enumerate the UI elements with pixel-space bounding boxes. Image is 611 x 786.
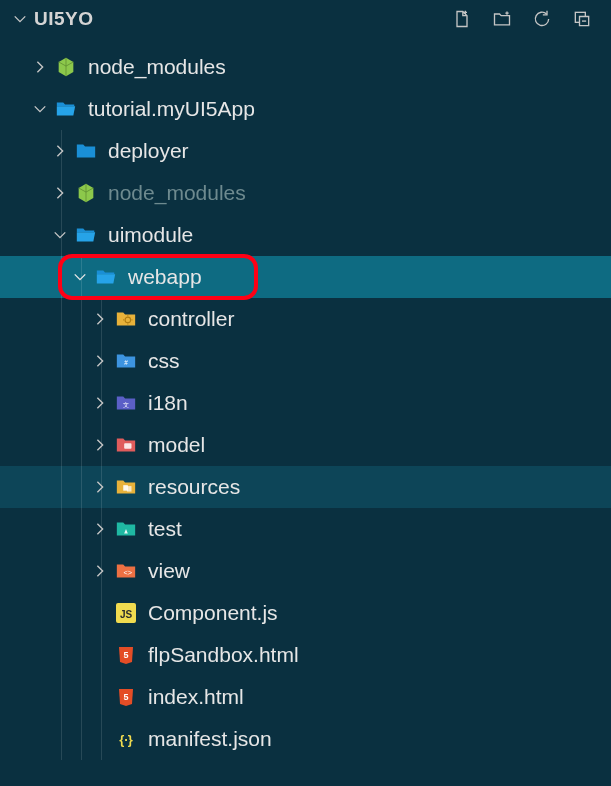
chevron-down-icon <box>72 269 88 285</box>
tree-label: test <box>148 517 182 541</box>
chevron-right-icon <box>92 353 108 369</box>
tree-label: view <box>148 559 190 583</box>
chevron-right-icon <box>92 311 108 327</box>
tree-item-flpsandbox[interactable]: 5 flpSandbox.html <box>0 634 611 676</box>
tree-item-model[interactable]: model <box>0 424 611 466</box>
file-tree: node_modules tutorial.myUI5App deployer <box>0 40 611 760</box>
svg-text:{·}: {·} <box>119 732 133 747</box>
tree-label: model <box>148 433 205 457</box>
tree-label: deployer <box>108 139 189 163</box>
tree-item-i18n[interactable]: 文 i18n <box>0 382 611 424</box>
folder-open-icon <box>54 97 78 121</box>
header-actions <box>451 8 601 30</box>
svg-text:JS: JS <box>120 609 133 620</box>
tree-label: manifest.json <box>148 727 272 751</box>
tree-label: uimodule <box>108 223 193 247</box>
folder-resources-icon <box>114 475 138 499</box>
refresh-icon[interactable] <box>531 8 553 30</box>
tree-label: node_modules <box>108 181 246 205</box>
tree-item-controller[interactable]: controller <box>0 298 611 340</box>
folder-css-icon: # <box>114 349 138 373</box>
svg-text:<>: <> <box>124 568 133 577</box>
tree-item-resources[interactable]: resources <box>0 466 611 508</box>
tree-item-index-html[interactable]: 5 index.html <box>0 676 611 718</box>
tree-label: tutorial.myUI5App <box>88 97 255 121</box>
tree-label: Component.js <box>148 601 278 625</box>
node-modules-icon <box>54 55 78 79</box>
tree-item-view[interactable]: <> view <box>0 550 611 592</box>
tree-item-component-js[interactable]: JS Component.js <box>0 592 611 634</box>
json-file-icon: {·} <box>114 727 138 751</box>
tree-item-uimodule[interactable]: uimodule <box>0 214 611 256</box>
chevron-down-icon <box>52 227 68 243</box>
tree-label: index.html <box>148 685 244 709</box>
folder-view-icon: <> <box>114 559 138 583</box>
tree-label: node_modules <box>88 55 226 79</box>
chevron-right-icon <box>32 59 48 75</box>
chevron-right-icon <box>92 395 108 411</box>
chevron-down-icon <box>12 11 28 27</box>
svg-text:文: 文 <box>123 401 129 408</box>
svg-text:5: 5 <box>123 650 128 660</box>
tree-label: resources <box>148 475 240 499</box>
svg-rect-4 <box>124 443 131 449</box>
svg-text:#: # <box>124 359 128 366</box>
chevron-right-icon <box>52 185 68 201</box>
svg-rect-6 <box>127 486 132 492</box>
html-file-icon: 5 <box>114 643 138 667</box>
project-title: UI5YO <box>34 8 94 30</box>
folder-open-icon <box>74 223 98 247</box>
tree-label: i18n <box>148 391 188 415</box>
folder-i18n-icon: 文 <box>114 391 138 415</box>
html-file-icon: 5 <box>114 685 138 709</box>
tree-item-manifest-json[interactable]: {·} manifest.json <box>0 718 611 760</box>
node-modules-icon <box>74 181 98 205</box>
svg-text:5: 5 <box>123 692 128 702</box>
tree-label: flpSandbox.html <box>148 643 299 667</box>
tree-item-node-modules[interactable]: node_modules <box>0 46 611 88</box>
chevron-down-icon <box>32 101 48 117</box>
folder-test-icon <box>114 517 138 541</box>
tree-item-deployer[interactable]: deployer <box>0 130 611 172</box>
folder-controller-icon <box>114 307 138 331</box>
chevron-right-icon <box>92 563 108 579</box>
folder-icon <box>74 139 98 163</box>
tree-label: webapp <box>128 265 202 289</box>
chevron-right-icon <box>52 143 68 159</box>
explorer-header: UI5YO <box>0 0 611 40</box>
header-left[interactable]: UI5YO <box>12 8 451 30</box>
chevron-right-icon <box>92 437 108 453</box>
tree-item-test[interactable]: test <box>0 508 611 550</box>
tree-item-css[interactable]: # css <box>0 340 611 382</box>
folder-open-icon <box>94 265 118 289</box>
tree-item-tutorial[interactable]: tutorial.myUI5App <box>0 88 611 130</box>
tree-label: controller <box>148 307 234 331</box>
folder-model-icon <box>114 433 138 457</box>
new-file-icon[interactable] <box>451 8 473 30</box>
collapse-all-icon[interactable] <box>571 8 593 30</box>
chevron-right-icon <box>92 479 108 495</box>
tree-item-webapp[interactable]: webapp <box>0 256 611 298</box>
js-file-icon: JS <box>114 601 138 625</box>
tree-label: css <box>148 349 180 373</box>
tree-item-inner-node-modules[interactable]: node_modules <box>0 172 611 214</box>
new-folder-icon[interactable] <box>491 8 513 30</box>
chevron-right-icon <box>92 521 108 537</box>
